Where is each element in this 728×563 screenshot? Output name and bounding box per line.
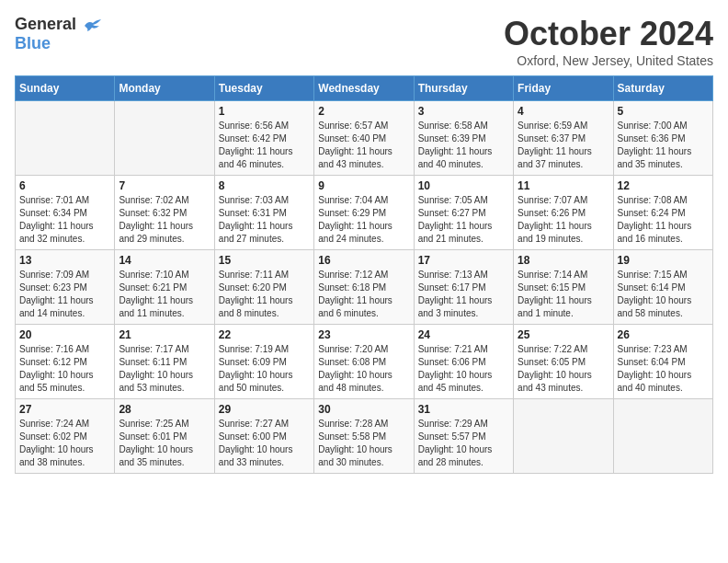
day-detail: Sunrise: 7:11 AM Sunset: 6:20 PM Dayligh… [219, 269, 310, 320]
day-number: 21 [119, 328, 210, 341]
day-number: 6 [19, 179, 110, 192]
logo-bird-icon [83, 18, 103, 33]
logo-blue-text: Blue [15, 34, 51, 53]
calendar-day-cell: 21Sunrise: 7:17 AM Sunset: 6:11 PM Dayli… [115, 325, 214, 399]
logo: General Blue [15, 15, 103, 53]
calendar-day-cell: 3Sunrise: 6:58 AM Sunset: 6:39 PM Daylig… [414, 101, 513, 176]
day-number: 4 [518, 105, 609, 118]
calendar-day-cell: 18Sunrise: 7:14 AM Sunset: 6:15 PM Dayli… [514, 250, 613, 325]
day-number: 12 [618, 179, 709, 192]
day-detail: Sunrise: 7:13 AM Sunset: 6:17 PM Dayligh… [418, 269, 509, 320]
day-detail: Sunrise: 7:04 AM Sunset: 6:29 PM Dayligh… [318, 194, 409, 246]
calendar-day-cell: 10Sunrise: 7:05 AM Sunset: 6:27 PM Dayli… [414, 176, 513, 250]
calendar-day-cell: 5Sunrise: 7:00 AM Sunset: 6:36 PM Daylig… [613, 101, 712, 176]
day-detail: Sunrise: 7:03 AM Sunset: 6:31 PM Dayligh… [219, 194, 310, 246]
day-number: 17 [418, 254, 509, 267]
day-detail: Sunrise: 7:15 AM Sunset: 6:14 PM Dayligh… [618, 269, 709, 320]
day-number: 23 [318, 328, 409, 341]
day-number: 9 [318, 179, 409, 192]
calendar-week-row: 13Sunrise: 7:09 AM Sunset: 6:23 PM Dayli… [16, 250, 713, 325]
weekday-header: Saturday [613, 76, 712, 101]
calendar-day-cell: 28Sunrise: 7:25 AM Sunset: 6:01 PM Dayli… [115, 399, 214, 474]
day-detail: Sunrise: 7:28 AM Sunset: 5:58 PM Dayligh… [318, 418, 409, 469]
day-number: 11 [518, 179, 609, 192]
calendar-week-row: 6Sunrise: 7:01 AM Sunset: 6:34 PM Daylig… [16, 176, 713, 250]
weekday-header: Thursday [414, 76, 513, 101]
calendar-day-cell: 15Sunrise: 7:11 AM Sunset: 6:20 PM Dayli… [214, 250, 313, 325]
day-detail: Sunrise: 7:20 AM Sunset: 6:08 PM Dayligh… [318, 343, 409, 395]
day-number: 7 [119, 179, 210, 192]
day-detail: Sunrise: 7:08 AM Sunset: 6:24 PM Dayligh… [618, 194, 709, 246]
calendar-day-cell: 31Sunrise: 7:29 AM Sunset: 5:57 PM Dayli… [414, 399, 513, 474]
month-title: October 2024 [504, 15, 713, 53]
calendar-day-cell: 12Sunrise: 7:08 AM Sunset: 6:24 PM Dayli… [613, 176, 712, 250]
day-number: 26 [618, 328, 709, 341]
calendar-day-cell: 9Sunrise: 7:04 AM Sunset: 6:29 PM Daylig… [314, 176, 414, 250]
day-number: 15 [219, 254, 310, 267]
calendar-week-row: 20Sunrise: 7:16 AM Sunset: 6:12 PM Dayli… [16, 325, 713, 399]
calendar-day-cell: 6Sunrise: 7:01 AM Sunset: 6:34 PM Daylig… [16, 176, 115, 250]
location-text: Oxford, New Jersey, United States [504, 53, 713, 68]
day-detail: Sunrise: 7:05 AM Sunset: 6:27 PM Dayligh… [418, 194, 509, 246]
calendar-day-cell: 26Sunrise: 7:23 AM Sunset: 6:04 PM Dayli… [613, 325, 712, 399]
calendar-table: SundayMondayTuesdayWednesdayThursdayFrid… [15, 75, 713, 474]
calendar-day-cell: 1Sunrise: 6:56 AM Sunset: 6:42 PM Daylig… [214, 101, 313, 176]
day-number: 10 [418, 179, 509, 192]
day-detail: Sunrise: 7:01 AM Sunset: 6:34 PM Dayligh… [19, 194, 110, 246]
day-number: 13 [19, 254, 110, 267]
day-number: 22 [219, 328, 310, 341]
logo-top: General [15, 15, 103, 34]
calendar-day-cell [16, 101, 115, 176]
calendar-day-cell [613, 399, 712, 474]
day-number: 1 [219, 105, 310, 118]
day-detail: Sunrise: 7:22 AM Sunset: 6:05 PM Dayligh… [518, 343, 609, 395]
calendar-day-cell: 19Sunrise: 7:15 AM Sunset: 6:14 PM Dayli… [613, 250, 712, 325]
day-number: 19 [618, 254, 709, 267]
calendar-day-cell [115, 101, 214, 176]
calendar-day-cell: 7Sunrise: 7:02 AM Sunset: 6:32 PM Daylig… [115, 176, 214, 250]
calendar-header: SundayMondayTuesdayWednesdayThursdayFrid… [16, 76, 713, 101]
calendar-day-cell: 29Sunrise: 7:27 AM Sunset: 6:00 PM Dayli… [214, 399, 313, 474]
day-detail: Sunrise: 7:29 AM Sunset: 5:57 PM Dayligh… [418, 418, 509, 469]
day-number: 24 [418, 328, 509, 341]
day-number: 20 [19, 328, 110, 341]
weekday-header: Wednesday [314, 76, 414, 101]
day-number: 18 [518, 254, 609, 267]
day-number: 25 [518, 328, 609, 341]
calendar-day-cell: 16Sunrise: 7:12 AM Sunset: 6:18 PM Dayli… [314, 250, 414, 325]
weekday-header: Friday [514, 76, 613, 101]
weekday-header: Tuesday [214, 76, 313, 101]
calendar-week-row: 1Sunrise: 6:56 AM Sunset: 6:42 PM Daylig… [16, 101, 713, 176]
weekday-row: SundayMondayTuesdayWednesdayThursdayFrid… [16, 76, 713, 101]
calendar-day-cell: 25Sunrise: 7:22 AM Sunset: 6:05 PM Dayli… [514, 325, 613, 399]
day-detail: Sunrise: 7:27 AM Sunset: 6:00 PM Dayligh… [219, 418, 310, 469]
day-number: 29 [219, 403, 310, 416]
calendar-day-cell: 14Sunrise: 7:10 AM Sunset: 6:21 PM Dayli… [115, 250, 214, 325]
calendar-day-cell: 23Sunrise: 7:20 AM Sunset: 6:08 PM Dayli… [314, 325, 414, 399]
day-detail: Sunrise: 7:07 AM Sunset: 6:26 PM Dayligh… [518, 194, 609, 246]
day-detail: Sunrise: 7:00 AM Sunset: 6:36 PM Dayligh… [618, 120, 709, 171]
day-number: 3 [418, 105, 509, 118]
day-detail: Sunrise: 6:56 AM Sunset: 6:42 PM Dayligh… [219, 120, 310, 171]
day-number: 30 [318, 403, 409, 416]
day-detail: Sunrise: 7:02 AM Sunset: 6:32 PM Dayligh… [119, 194, 210, 246]
day-number: 27 [19, 403, 110, 416]
logo-general-text: General [15, 15, 76, 33]
day-detail: Sunrise: 7:25 AM Sunset: 6:01 PM Dayligh… [119, 418, 210, 469]
calendar-day-cell: 4Sunrise: 6:59 AM Sunset: 6:37 PM Daylig… [514, 101, 613, 176]
calendar-week-row: 27Sunrise: 7:24 AM Sunset: 6:02 PM Dayli… [16, 399, 713, 474]
page-header: General Blue October 2024 Oxford, New Je… [15, 15, 713, 68]
day-detail: Sunrise: 7:21 AM Sunset: 6:06 PM Dayligh… [418, 343, 509, 395]
calendar-day-cell: 24Sunrise: 7:21 AM Sunset: 6:06 PM Dayli… [414, 325, 513, 399]
day-detail: Sunrise: 7:24 AM Sunset: 6:02 PM Dayligh… [19, 418, 110, 469]
day-detail: Sunrise: 7:16 AM Sunset: 6:12 PM Dayligh… [19, 343, 110, 395]
day-number: 2 [318, 105, 409, 118]
day-number: 14 [119, 254, 210, 267]
day-detail: Sunrise: 7:09 AM Sunset: 6:23 PM Dayligh… [19, 269, 110, 320]
day-number: 8 [219, 179, 310, 192]
day-detail: Sunrise: 7:10 AM Sunset: 6:21 PM Dayligh… [119, 269, 210, 320]
calendar-day-cell: 30Sunrise: 7:28 AM Sunset: 5:58 PM Dayli… [314, 399, 414, 474]
day-detail: Sunrise: 6:58 AM Sunset: 6:39 PM Dayligh… [418, 120, 509, 171]
day-detail: Sunrise: 6:57 AM Sunset: 6:40 PM Dayligh… [318, 120, 409, 171]
day-detail: Sunrise: 7:17 AM Sunset: 6:11 PM Dayligh… [119, 343, 210, 395]
